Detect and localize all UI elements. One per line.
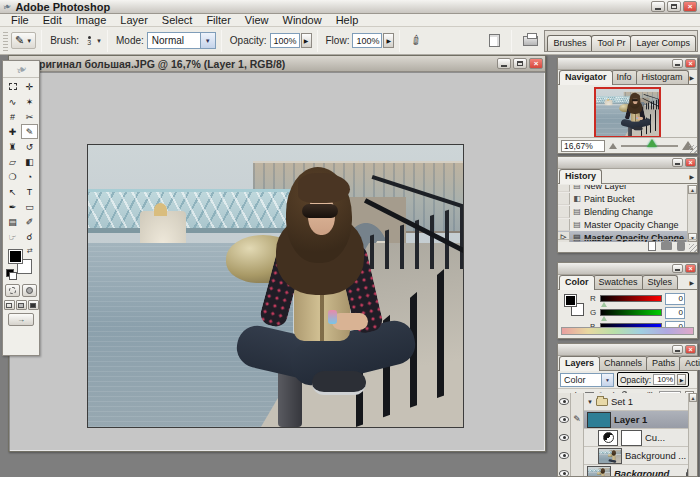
expand-triangle-icon[interactable]: ▼ — [587, 399, 593, 405]
airbrush-toggle[interactable]: ✐ — [408, 31, 426, 50]
dodge-tool[interactable]: ◔ — [21, 169, 38, 184]
zoom-tool[interactable]: ☌ — [21, 229, 38, 244]
clone-stamp-tool[interactable]: ♜ — [4, 139, 21, 154]
history-brush-source-well[interactable] — [558, 185, 570, 192]
link-well[interactable]: ✎ — [571, 411, 584, 429]
default-colors-icon[interactable] — [6, 269, 15, 278]
app-titlebar[interactable]: ❧ Adobe Photoshop × — [0, 0, 700, 14]
minimize-button[interactable] — [651, 1, 665, 12]
paint-bucket-tool[interactable]: ◧ — [21, 154, 38, 169]
color-ramp[interactable] — [561, 327, 694, 335]
print-icon-button[interactable] — [523, 36, 538, 46]
tab-history[interactable]: History — [559, 169, 602, 184]
brush-picker-arrow-icon[interactable]: ▼ — [96, 38, 102, 44]
panel-menu-button[interactable]: ▶ — [687, 74, 696, 84]
layer-mask-thumbnail[interactable] — [621, 430, 642, 446]
opacity-field[interactable]: 100% — [270, 33, 300, 48]
swap-colors-icon[interactable]: ⇄ — [27, 247, 33, 255]
close-button[interactable]: × — [683, 1, 697, 12]
history-state-row[interactable]: ▤ Blending Change — [558, 205, 697, 218]
panel-minimize-button[interactable] — [672, 158, 683, 167]
healing-brush-tool[interactable]: ✚ — [4, 124, 21, 139]
brush-preset-preview[interactable]: 3 — [82, 36, 96, 46]
history-titlebar[interactable]: × — [558, 157, 697, 169]
blend-mode-select[interactable]: Normal ▼ — [147, 32, 216, 49]
scroll-up-button[interactable]: ▲ — [689, 393, 697, 402]
layer-thumbnail[interactable] — [598, 448, 622, 464]
photo-image[interactable] — [87, 144, 464, 428]
green-channel-slider[interactable] — [600, 309, 662, 316]
restore-button[interactable] — [667, 1, 681, 12]
standard-mode-button[interactable] — [5, 284, 20, 297]
slice-tool[interactable]: ✂ — [21, 109, 38, 124]
panel-minimize-button[interactable] — [672, 59, 683, 68]
file-icon-button[interactable] — [489, 34, 500, 47]
tab-styles[interactable]: Styles — [642, 275, 679, 289]
tool-presets-tab[interactable]: Tool Pr — [591, 35, 631, 51]
history-brush-source-well[interactable] — [558, 219, 570, 231]
chevron-down-icon[interactable]: ▼ — [200, 33, 215, 48]
panel-close-button[interactable]: × — [685, 264, 696, 273]
fullscreen-button[interactable] — [28, 300, 39, 310]
color-titlebar[interactable]: × — [558, 263, 697, 275]
notes-tool[interactable]: ▤ — [4, 214, 21, 229]
crop-tool[interactable]: # — [4, 109, 21, 124]
pen-tool[interactable]: ✒ — [4, 199, 21, 214]
blur-tool[interactable]: ❍ — [4, 169, 21, 184]
foreground-color-swatch[interactable] — [564, 294, 577, 307]
red-channel-slider[interactable] — [600, 295, 662, 302]
tab-paths[interactable]: Paths — [646, 356, 681, 370]
new-snapshot-button[interactable] — [661, 242, 672, 250]
menu-select[interactable]: Select — [155, 14, 200, 27]
options-grip[interactable] — [3, 31, 8, 51]
panel-menu-button[interactable]: ▶ — [687, 279, 696, 289]
layers-scrollbar[interactable]: ▲ — [688, 393, 697, 476]
zoom-out-icon[interactable] — [609, 143, 617, 149]
opacity-popup-button[interactable]: ▶ — [301, 33, 312, 48]
history-state-row[interactable]: ◧ Paint Bucket — [558, 192, 697, 205]
menu-window[interactable]: Window — [276, 14, 329, 27]
canvas-area[interactable] — [9, 72, 545, 451]
panel-close-button[interactable]: × — [685, 345, 696, 354]
tab-layers[interactable]: Layers — [559, 356, 600, 371]
visibility-toggle[interactable] — [558, 411, 571, 429]
slider-thumb[interactable] — [647, 139, 657, 147]
menu-image[interactable]: Image — [69, 14, 114, 27]
adjustment-layer-thumbnail[interactable] — [598, 430, 618, 446]
navigator-proxy-view[interactable] — [594, 87, 661, 138]
menu-file[interactable]: File — [4, 14, 36, 27]
menu-edit[interactable]: Edit — [36, 14, 69, 27]
layer-thumbnail[interactable] — [587, 412, 611, 428]
layer-row-curves[interactable]: Cu... — [558, 429, 697, 447]
navigator-zoom-field[interactable]: 16,67% — [561, 140, 605, 152]
tab-navigator[interactable]: Navigator — [559, 70, 613, 85]
history-scrollbar[interactable]: ▲ ▼ — [687, 185, 697, 242]
lasso-tool[interactable]: ∿ — [4, 94, 21, 109]
new-document-from-state-button[interactable] — [648, 241, 656, 251]
rectangular-marquee-tool[interactable] — [4, 79, 21, 94]
eyedropper-tool[interactable]: ✐ — [21, 214, 38, 229]
move-tool[interactable]: ✛ — [21, 79, 38, 94]
visibility-toggle[interactable] — [558, 447, 571, 465]
foreground-color-swatch[interactable] — [8, 249, 23, 264]
brush-tool[interactable]: ✎ — [21, 124, 38, 139]
eraser-tool[interactable]: ▱ — [4, 154, 21, 169]
doc-maximize-button[interactable] — [513, 58, 527, 69]
layers-opacity-field[interactable]: 10% — [653, 374, 675, 385]
magic-wand-tool[interactable]: ✶ — [21, 94, 38, 109]
history-brush-source-well[interactable] — [558, 206, 570, 218]
tab-swatches[interactable]: Swatches — [593, 275, 644, 289]
chevron-down-icon[interactable]: ▼ — [601, 374, 613, 386]
visibility-toggle[interactable] — [558, 429, 571, 447]
doc-close-button[interactable]: × — [529, 58, 543, 69]
layer-row-set1[interactable]: ▼ Set 1 — [558, 393, 697, 411]
layer-comps-tab[interactable]: Layer Comps — [630, 35, 696, 51]
green-channel-value[interactable]: 0 — [665, 307, 685, 319]
history-brush-tool[interactable]: ↺ — [21, 139, 38, 154]
link-well[interactable] — [571, 393, 584, 411]
toolbox-header[interactable]: ❧ — [3, 61, 39, 78]
scroll-up-button[interactable]: ▲ — [688, 185, 697, 194]
quick-mask-mode-button[interactable] — [22, 284, 37, 297]
brushes-tab[interactable]: Brushes — [547, 35, 592, 51]
doc-minimize-button[interactable] — [497, 58, 511, 69]
